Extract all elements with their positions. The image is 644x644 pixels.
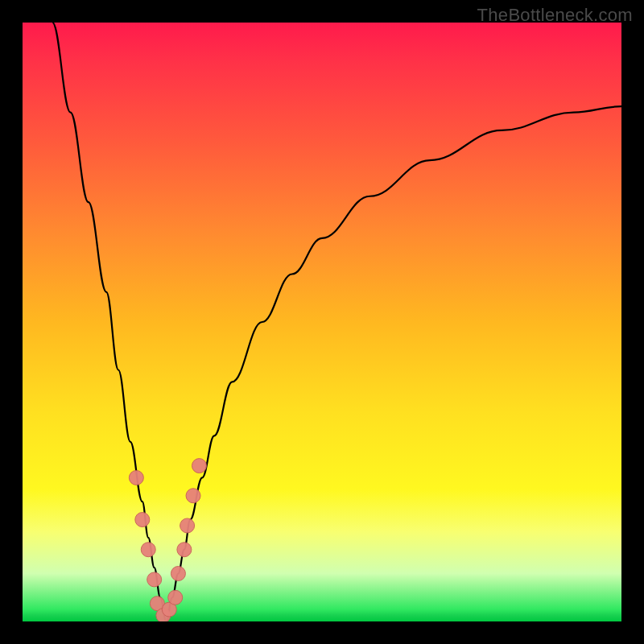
highlight-point — [147, 572, 162, 587]
curve-right-branch — [167, 106, 621, 621]
highlight-point — [168, 590, 183, 605]
highlight-point — [141, 543, 155, 557]
bottleneck-curve-plot — [23, 23, 621, 621]
highlight-points-group — [129, 459, 206, 621]
highlight-point — [177, 543, 192, 557]
chart-frame — [23, 23, 621, 621]
highlight-point — [129, 470, 143, 485]
highlight-point — [186, 489, 200, 503]
curve-left-branch — [52, 23, 166, 621]
highlight-point — [171, 566, 185, 580]
highlight-point — [135, 513, 150, 527]
highlight-point — [180, 518, 195, 533]
highlight-point — [192, 459, 206, 473]
watermark-text: TheBottleneck.com — [477, 5, 633, 26]
